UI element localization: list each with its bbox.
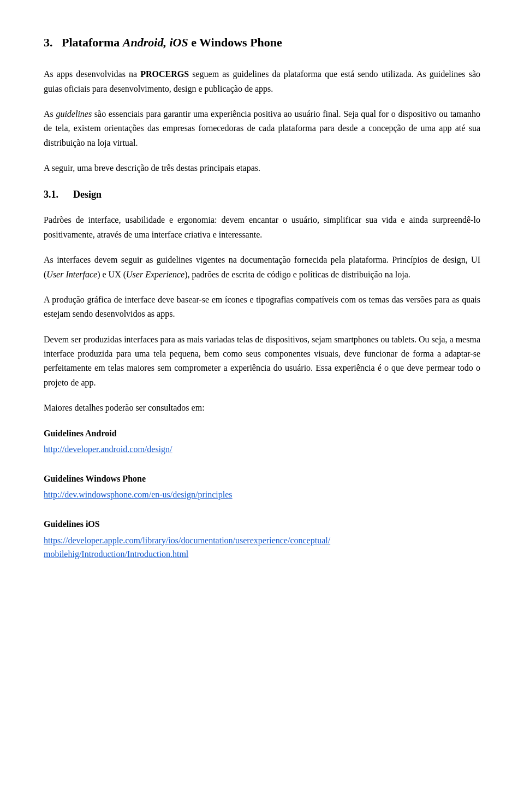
user-experience-italic: User Experience [126,270,184,279]
paragraph-1: As apps desenvolvidas na PROCERGS seguem… [44,67,480,96]
guidelines-android-link[interactable]: http://developer.android.com/design/ [44,444,172,454]
title-italic-ios: iOS [169,35,188,49]
guidelines-windows-link[interactable]: http://dev.windowsphone.com/en-us/design… [44,490,233,499]
guidelines-ios-title: Guidelines iOS [44,517,480,531]
subsection-paragraph-2: As interfaces devem seguir as guidelines… [44,253,480,282]
guidelines-windows-section: Guidelines Windows Phone http://dev.wind… [44,472,480,502]
guidelines-italic: guidelines [56,109,92,118]
paragraph-3: A seguir, uma breve descrição de três de… [44,161,480,175]
guidelines-windows-title: Guidelines Windows Phone [44,472,480,486]
subsection-number: 3.1. [44,189,58,200]
user-interface-italic: User Interface [46,270,97,279]
subsection-paragraph-1: Padrões de interface, usabilidade e ergo… [44,213,480,242]
subsection-paragraph-4: Devem ser produzidas interfaces para as … [44,333,480,390]
procergs-bold: PROCERGS [140,69,189,79]
paragraph-2: As guidelines são essenciais para garant… [44,107,480,150]
subsection-paragraph-5: Maiores detalhes poderão ser consultados… [44,401,480,415]
guidelines-android-section: Guidelines Android http://developer.andr… [44,426,480,457]
subsection-3-1-heading: 3.1. Design [44,187,480,203]
guidelines-android-title: Guidelines Android [44,426,480,441]
page-title: 3. Plataforma Android, iOS e Windows Pho… [44,33,480,52]
subsection-paragraph-3: A produção gráfica de interface deve bas… [44,293,480,322]
guidelines-ios-link[interactable]: https://developer.apple.com/library/ios/… [44,536,330,559]
guidelines-ios-section: Guidelines iOS https://developer.apple.c… [44,517,480,561]
title-italic-android: Android, [123,35,166,49]
subsection-title: Design [73,189,102,200]
